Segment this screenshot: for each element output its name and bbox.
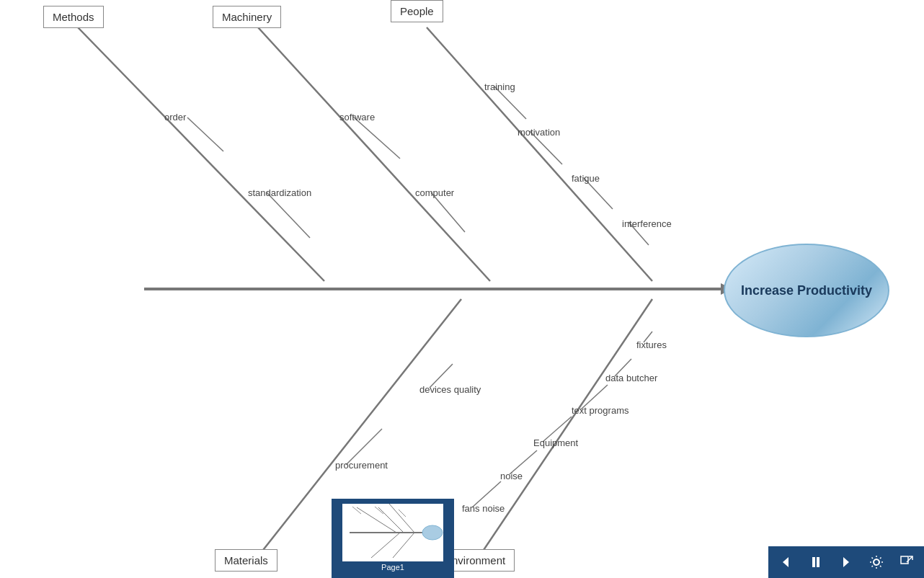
label-motivation: motivation (517, 127, 560, 138)
label-procurement: procurement (335, 460, 388, 471)
svg-rect-35 (812, 557, 815, 567)
minimap: Page1 (332, 499, 454, 578)
minimap-label: Page1 (381, 561, 404, 573)
label-noise: noise (500, 471, 523, 481)
label-equipment: Equipment (533, 437, 578, 448)
materials-box[interactable]: Materials (215, 549, 277, 572)
label-fixtures: fixtures (636, 339, 667, 350)
toolbar (768, 546, 924, 578)
label-fans-noise: fans noise (462, 503, 505, 514)
machinery-box[interactable]: Machinery (213, 6, 281, 28)
svg-line-6 (353, 117, 400, 159)
label-fatigue: fatigue (572, 173, 600, 184)
svg-line-39 (907, 556, 912, 562)
back-button[interactable] (771, 549, 800, 575)
label-computer: computer (415, 187, 454, 198)
svg-line-16 (479, 299, 652, 556)
label-interference: interference (622, 218, 672, 229)
svg-line-4 (267, 192, 310, 238)
svg-point-30 (422, 525, 443, 540)
label-standardization: standardization (248, 187, 311, 198)
forward-button[interactable] (832, 549, 861, 575)
methods-box[interactable]: Methods (43, 6, 104, 28)
svg-line-7 (431, 192, 465, 232)
pause-button[interactable] (801, 549, 830, 575)
settings-button[interactable] (862, 549, 891, 575)
minimap-preview (342, 504, 443, 561)
svg-marker-34 (783, 557, 788, 567)
label-data-butcher: data butcher (605, 373, 657, 383)
label-software: software (339, 112, 375, 123)
svg-line-8 (427, 27, 652, 281)
label-training: training (484, 81, 515, 92)
svg-rect-36 (817, 557, 819, 567)
svg-line-5 (258, 27, 490, 281)
label-order: order (164, 112, 186, 123)
effect-ellipse[interactable]: Increase Productivity (724, 244, 889, 337)
label-devices-quality: devices quality (419, 384, 481, 395)
people-box[interactable]: People (391, 0, 443, 22)
effect-label: Increase Productivity (741, 283, 872, 298)
svg-line-2 (78, 27, 324, 281)
svg-marker-37 (843, 557, 849, 567)
exit-button[interactable] (892, 549, 921, 575)
label-text-programs: text programs (572, 405, 628, 416)
